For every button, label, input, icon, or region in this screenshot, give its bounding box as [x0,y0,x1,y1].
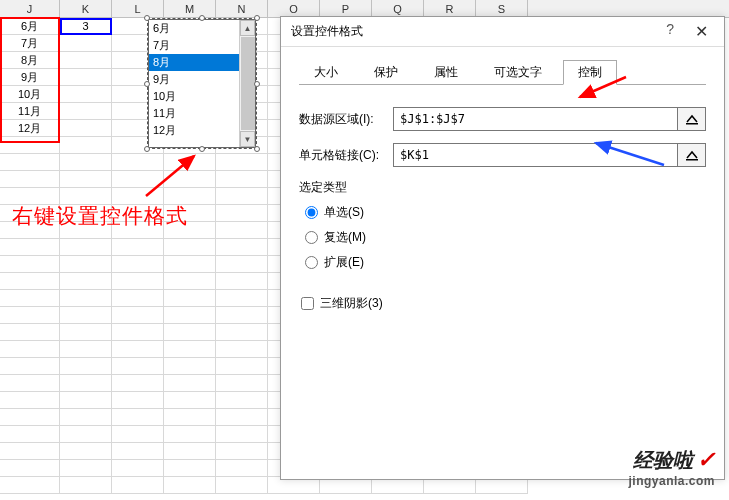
col-header-R[interactable]: R [424,0,476,17]
cell[interactable] [112,256,164,273]
scroll-thumb[interactable] [241,37,255,130]
cell[interactable] [112,171,164,188]
cell[interactable]: 8月 [0,52,60,69]
cell[interactable] [216,341,268,358]
cell[interactable] [60,477,112,494]
cell[interactable] [60,120,112,137]
cell[interactable] [216,443,268,460]
cell[interactable] [216,239,268,256]
cell[interactable] [60,409,112,426]
cell[interactable] [0,273,60,290]
cell[interactable] [216,426,268,443]
help-button[interactable]: ? [666,21,674,37]
col-header-K[interactable]: K [60,0,112,17]
cell[interactable] [0,171,60,188]
col-header-J[interactable]: J [0,0,60,17]
cell[interactable] [60,137,112,154]
tab-properties[interactable]: 属性 [419,60,473,85]
handle-top-right[interactable] [254,15,260,21]
cell[interactable] [216,290,268,307]
col-header-Q[interactable]: Q [372,0,424,17]
source-range-picker-button[interactable] [678,107,706,131]
cell[interactable] [164,358,216,375]
cell[interactable] [0,256,60,273]
cell[interactable] [0,443,60,460]
cell[interactable] [216,477,268,494]
cell[interactable] [60,69,112,86]
handle-top[interactable] [199,15,205,21]
cell[interactable] [164,375,216,392]
cell[interactable] [216,256,268,273]
cell[interactable] [60,273,112,290]
cell[interactable] [216,154,268,171]
handle-bottom-right[interactable] [254,146,260,152]
listbox-control[interactable]: 6月7月8月9月10月11月12月 ▲ ▼ [148,19,256,148]
cell[interactable] [164,460,216,477]
cell[interactable] [164,426,216,443]
cell[interactable] [0,239,60,256]
cell[interactable] [0,307,60,324]
cell[interactable] [164,273,216,290]
handle-bottom-left[interactable] [144,146,150,152]
selection-type-radio[interactable] [305,231,318,244]
cell[interactable] [60,341,112,358]
listbox-scrollbar[interactable]: ▲ ▼ [239,20,255,147]
handle-bottom[interactable] [199,146,205,152]
cell[interactable] [0,375,60,392]
cell[interactable] [112,426,164,443]
cell[interactable] [216,222,268,239]
cell[interactable] [60,426,112,443]
cell[interactable] [164,171,216,188]
cell[interactable] [60,375,112,392]
cell[interactable]: 12月 [0,120,60,137]
cell[interactable]: 9月 [0,69,60,86]
col-header-N[interactable]: N [216,0,268,17]
tab-control[interactable]: 控制 [563,60,617,85]
cell[interactable] [216,273,268,290]
cell[interactable] [216,409,268,426]
cell[interactable] [60,358,112,375]
cell-link-input[interactable] [393,143,678,167]
cell[interactable] [164,324,216,341]
cell[interactable]: 11月 [0,103,60,120]
cell[interactable] [164,307,216,324]
cell[interactable] [216,188,268,205]
cell[interactable]: 7月 [0,35,60,52]
cell[interactable] [60,324,112,341]
source-range-input[interactable] [393,107,678,131]
scroll-down-button[interactable]: ▼ [240,131,255,147]
cell[interactable] [60,171,112,188]
cell[interactable] [112,409,164,426]
cell[interactable] [0,358,60,375]
tab-size[interactable]: 大小 [299,60,353,85]
tab-protection[interactable]: 保护 [359,60,413,85]
cell-link-picker-button[interactable] [678,143,706,167]
cell[interactable] [112,477,164,494]
cell[interactable] [60,154,112,171]
cell[interactable] [0,426,60,443]
tab-alttext[interactable]: 可选文字 [479,60,557,85]
col-header-M[interactable]: M [164,0,216,17]
cell[interactable] [60,103,112,120]
cell[interactable] [164,290,216,307]
cell[interactable] [112,460,164,477]
cell[interactable] [0,392,60,409]
cell[interactable] [112,239,164,256]
cell[interactable]: 3 [60,18,112,35]
cell[interactable] [60,307,112,324]
cell[interactable] [216,171,268,188]
cell[interactable] [60,392,112,409]
cell[interactable] [60,256,112,273]
close-button[interactable]: ✕ [686,19,716,43]
cell[interactable] [112,358,164,375]
cell[interactable] [112,154,164,171]
cell[interactable] [60,290,112,307]
dialog-titlebar[interactable]: 设置控件格式 ? ✕ [281,17,724,47]
cell[interactable] [0,290,60,307]
cell[interactable] [0,324,60,341]
cell[interactable] [60,239,112,256]
cell[interactable]: 10月 [0,86,60,103]
cell[interactable] [164,477,216,494]
cell[interactable] [60,35,112,52]
cell[interactable] [60,460,112,477]
